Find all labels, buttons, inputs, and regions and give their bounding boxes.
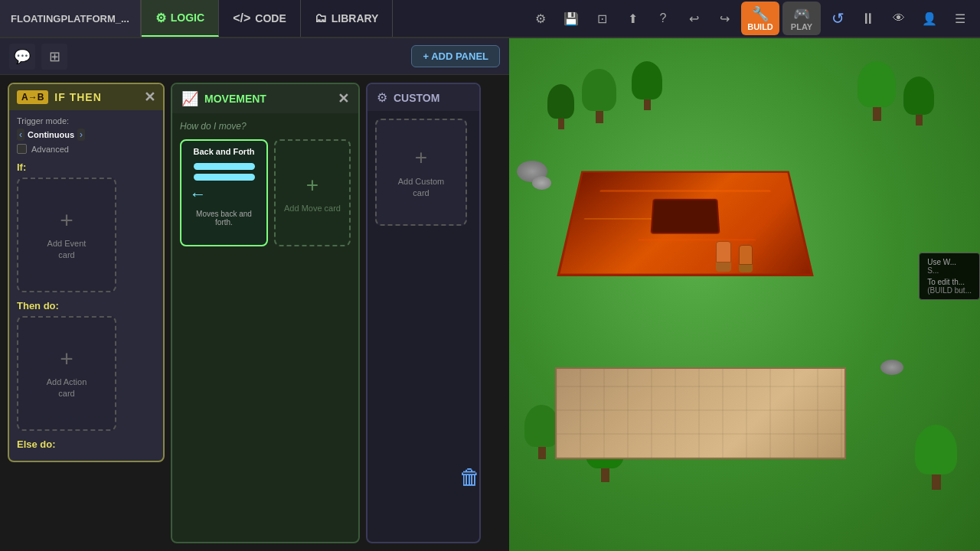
code-nav-btn[interactable]: </> CODE <box>219 0 301 37</box>
play-label: PLAY <box>791 22 812 31</box>
movement-close-btn[interactable]: ✕ <box>338 90 349 107</box>
save-btn[interactable]: 💾 <box>557 5 585 32</box>
bnf-bar1 <box>194 163 255 170</box>
trigger-next-btn[interactable]: › <box>77 129 85 141</box>
bnf-animation: ← <box>190 161 259 207</box>
custom-panel-body: + Add Customcard <box>368 111 479 233</box>
library-icon: 🗂 <box>315 11 327 25</box>
tree-group-5 <box>858 61 896 121</box>
bnf-title: Back and Forth <box>193 147 254 156</box>
character-2 <box>739 245 753 272</box>
add-move-plus-icon: + <box>306 173 318 197</box>
bnf-bar2 <box>194 174 255 181</box>
custom-plus-icon: + <box>415 145 427 170</box>
movement-question: How do I move? <box>180 121 351 132</box>
if-then-title: IF THEN <box>54 91 101 103</box>
tree-top-5 <box>858 61 896 107</box>
tooltip-line1: Use W... <box>927 258 972 266</box>
top-bar: FLOATINGPLATFORM_... ⚙ LOGIC </> CODE 🗂 … <box>0 0 980 38</box>
tooltip-line3: To edit th... <box>927 278 972 286</box>
stone-grid <box>557 369 844 458</box>
if-then-close[interactable]: ✕ <box>144 89 155 106</box>
help-btn[interactable]: ? <box>649 5 677 32</box>
add-panel-btn[interactable]: + ADD PANEL <box>411 45 500 67</box>
if-section-label: If: <box>17 161 155 173</box>
character-body <box>716 241 731 262</box>
project-title-text: FLOATINGPLATFORM_... <box>11 13 129 24</box>
trigger-value-row: ‹ Continuous › <box>17 129 155 141</box>
tree-trunk-2 <box>596 111 603 123</box>
library-nav-btn[interactable]: 🗂 LIBRARY <box>301 0 394 37</box>
add-event-card-btn[interactable]: + Add Eventcard <box>17 178 116 292</box>
settings-btn[interactable]: ⚙ <box>527 5 554 32</box>
tree-top-3 <box>632 61 662 99</box>
logic-icon: ⚙ <box>155 11 166 25</box>
if-then-card: A→B IF THEN ✕ Trigger mode: ‹ Continuous… <box>8 83 165 462</box>
lava-crack-3 <box>639 239 756 240</box>
library-label: LIBRARY <box>332 12 379 24</box>
tree-top-8 <box>915 425 957 474</box>
advanced-label: Advanced <box>31 145 69 154</box>
build-btn[interactable]: 🔧 BUILD <box>741 2 779 35</box>
advanced-checkbox[interactable] <box>17 144 27 154</box>
add-action-card-btn[interactable]: + Add Actioncard <box>17 316 116 431</box>
logic-nav-btn[interactable]: ⚙ LOGIC <box>142 0 219 37</box>
top-bar-right: ⚙ 💾 ⊡ ⬆ ? ↩ ↪ 🔧 BUILD 🎮 PLAY ↺ ⏸ 👁 👤 ☰ <box>527 2 980 35</box>
movement-panel: 📈 MOVEMENT ✕ How do I move? Back and For… <box>171 83 360 543</box>
focus-btn[interactable]: ⊞ <box>41 44 67 70</box>
tree-group-6 <box>524 405 559 459</box>
add-move-card-btn[interactable]: + Add Move card <box>274 139 351 246</box>
back-and-forth-card[interactable]: Back and Forth ← Moves back and forth. <box>180 139 268 246</box>
eye-btn[interactable]: 👁 <box>885 5 913 32</box>
person-btn[interactable]: 👤 <box>916 5 943 32</box>
code-label: CODE <box>255 12 286 24</box>
add-move-label: Add Move card <box>284 204 341 213</box>
play-btn[interactable]: 🎮 PLAY <box>782 2 821 35</box>
refresh-btn[interactable]: ↺ <box>824 5 851 32</box>
movement-panel-body: How do I move? Back and Forth ← Moves ba… <box>172 113 358 254</box>
tree-trunk-8 <box>932 474 941 490</box>
add-custom-card-btn[interactable]: + Add Customcard <box>375 119 467 226</box>
menu-btn[interactable]: ☰ <box>946 5 974 32</box>
build-icon: 🔧 <box>752 5 769 22</box>
bnf-description: Moves back and forth. <box>188 210 260 227</box>
tooltip-line4: (BUILD but... <box>927 286 972 295</box>
tree-trunk-3 <box>644 99 651 110</box>
tree-top-4 <box>903 77 934 115</box>
custom-panel-header: ⚙ CUSTOM <box>368 84 479 111</box>
tooltip-line2: S... <box>927 266 972 275</box>
chat-btn[interactable]: 💬 <box>9 44 35 70</box>
logic-label: LOGIC <box>171 11 204 24</box>
lava-crack-1 <box>600 190 771 191</box>
panels-container: A→B IF THEN ✕ Trigger mode: ‹ Continuous… <box>0 75 509 551</box>
character-2-legs <box>739 265 753 272</box>
pause-btn[interactable]: ⏸ <box>854 5 882 32</box>
character-legs <box>716 262 731 272</box>
if-then-badge: A→B <box>17 90 48 104</box>
movement-cards-grid: Back and Forth ← Moves back and forth. +… <box>180 139 351 246</box>
redo-btn[interactable]: ↪ <box>710 5 738 32</box>
movement-icon: 📈 <box>181 90 198 107</box>
project-title: FLOATINGPLATFORM_... <box>0 0 142 37</box>
character <box>716 241 731 272</box>
tree-top-1 <box>547 84 574 119</box>
code-icon: </> <box>233 11 250 25</box>
layout-btn[interactable]: ⊡ <box>588 5 616 32</box>
tree-group-3 <box>632 61 662 110</box>
build-label: BUILD <box>747 22 773 31</box>
trigger-key: Trigger mode: <box>17 116 69 126</box>
trigger-mode-row: Trigger mode: <box>17 116 155 126</box>
add-action-label: Add Actioncard <box>47 377 87 400</box>
tree-group-1 <box>547 84 574 129</box>
character-2-body <box>739 245 753 265</box>
undo-btn[interactable]: ↩ <box>680 5 707 32</box>
rock-5 <box>880 360 903 375</box>
tree-trunk-4 <box>916 115 923 126</box>
trash-btn[interactable]: 🗑 <box>459 465 481 490</box>
tree-trunk-7 <box>601 468 609 482</box>
add-event-label: Add Eventcard <box>47 238 87 262</box>
upload-btn[interactable]: ⬆ <box>619 5 646 32</box>
trigger-prev-btn[interactable]: ‹ <box>17 129 24 141</box>
custom-add-label: Add Customcard <box>398 176 445 200</box>
if-then-header: A→B IF THEN ✕ <box>9 84 163 110</box>
